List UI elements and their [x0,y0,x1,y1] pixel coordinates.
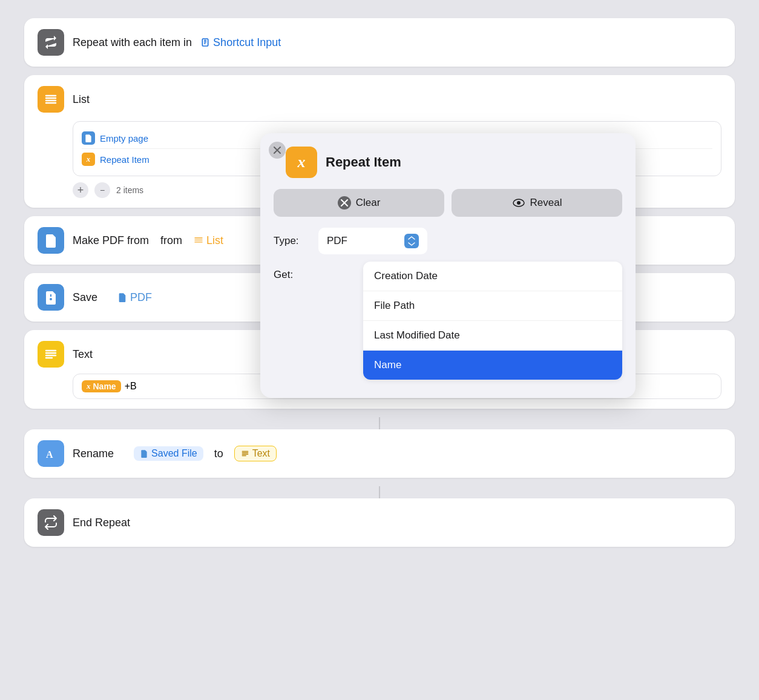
text-title: Text [73,348,93,361]
remove-item-button[interactable]: − [94,182,110,198]
clear-icon [338,196,351,210]
rename-icon-box: A [38,440,64,467]
make-pdf-icon [44,233,58,248]
connector-line-1 [379,417,380,429]
list-title: List [73,93,90,106]
reveal-label: Reveal [530,197,562,209]
get-label: Get: [274,262,310,281]
end-repeat-card: End Repeat [24,498,735,547]
shortcut-icon [200,38,210,47]
rename-space1 [122,447,125,460]
repeat-icon-box [38,29,64,56]
rename-icon: A [44,446,58,461]
save-icon-box [38,284,64,311]
doc-icon [82,131,95,145]
doc-svg [84,134,93,142]
text-suffix: +B [125,381,137,392]
empty-page-label: Empty page [100,133,148,144]
make-pdf-icon-box [38,227,64,254]
saved-file-label: Saved File [151,448,197,459]
repeat-icon [44,35,58,50]
text-chip-label: Text [252,448,270,459]
text-chip[interactable]: Text [234,446,277,461]
svg-point-7 [517,201,521,205]
text-chip-icon [241,449,249,458]
popup-close-button[interactable] [269,142,286,159]
end-repeat-label: End Repeat [73,517,130,529]
name-badge[interactable]: x Name [82,380,121,392]
to-label: to [214,447,223,460]
saved-file-icon [140,449,148,458]
name-badge-label: Name [93,381,116,391]
text-icon-box [38,341,64,368]
dropdown-list: Creation Date File Path Last Modified Da… [363,262,622,380]
make-pdf-label: Make PDF from [73,234,149,247]
end-repeat-icon-box [38,509,64,536]
connector-line-2 [379,486,380,498]
reveal-button[interactable]: Reveal [452,189,622,217]
end-repeat-icon [44,515,58,530]
svg-rect-3 [194,242,202,242]
repeat-card: Repeat with each item in Shortcut Input [24,18,735,67]
clear-x-icon [341,199,348,206]
list-icon [44,92,58,107]
rename-card: A Rename Saved File to Text [24,429,735,478]
list-chip-label: List [206,234,223,247]
popup-icon-box: x [286,147,317,178]
svg-point-4 [50,298,52,300]
reveal-icon [512,196,525,210]
repeat-label: Repeat with each item in [73,36,192,49]
items-count: 2 items [116,185,143,195]
popup-overlay: x Repeat Item Clear Reveal Type: PDF [260,133,636,398]
x-icon: x [82,153,95,166]
clear-button[interactable]: Clear [274,189,444,217]
close-icon [274,147,281,154]
dropdown-item-last-modified[interactable]: Last Modified Date [363,321,622,351]
popup-header: x Repeat Item [286,147,622,178]
list-icon-box [38,86,64,113]
save-icon [44,290,58,305]
name-badge-icon: x [87,381,91,391]
svg-text:A: A [46,449,53,460]
popup-icon-letter: x [298,153,306,171]
popup-action-buttons: Clear Reveal [274,189,622,217]
save-label: Save [73,291,97,304]
make-pdf-from: from [157,234,185,247]
type-label: Type: [274,235,310,247]
repeat-item-label: Repeat Item [100,154,150,165]
clear-label: Clear [356,197,381,209]
chevron-updown-icon [407,236,416,246]
dropdown-item-name[interactable]: Name [363,351,622,380]
svg-rect-2 [194,240,202,240]
rename-label: Rename [73,447,114,460]
eye-icon [513,199,525,207]
dropdown-item-file-path[interactable]: File Path [363,291,622,321]
saved-file-chip[interactable]: Saved File [134,446,203,461]
text-icon [44,347,58,362]
type-select[interactable]: PDF [318,228,427,254]
stepper-icon [404,234,419,248]
dropdown-item-creation-date[interactable]: Creation Date [363,262,622,291]
svg-rect-1 [194,237,202,238]
list-source-chip[interactable]: List [194,234,223,247]
popup-type-row: Type: PDF [274,228,622,254]
add-item-button[interactable]: + [73,182,88,198]
list-chip-icon [194,236,203,245]
shortcut-input-label: Shortcut Input [213,36,281,49]
list-card-header: List [38,86,721,113]
pdf-chip-label: PDF [130,291,152,304]
pdf-chip-icon [117,292,127,302]
popup-get-row: Get: Creation Date File Path Last Modifi… [274,262,622,380]
type-value: PDF [327,235,347,247]
popup-title: Repeat Item [326,154,401,170]
save-space [106,291,109,304]
shortcut-chip[interactable]: Shortcut Input [200,36,281,49]
pdf-chip[interactable]: PDF [117,291,152,304]
